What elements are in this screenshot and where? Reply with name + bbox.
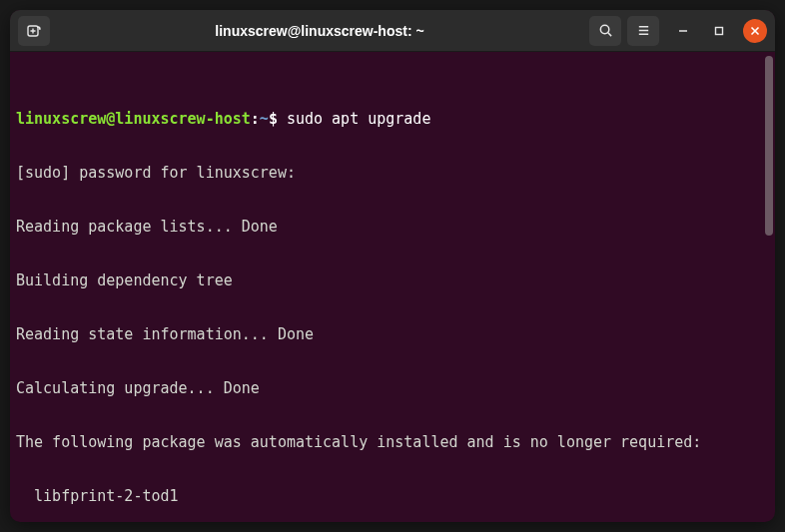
output-line: Calculating upgrade... Done xyxy=(16,379,769,397)
output-line: Reading state information... Done xyxy=(16,325,769,343)
svg-rect-9 xyxy=(716,27,723,34)
svg-line-4 xyxy=(607,33,610,36)
search-button[interactable] xyxy=(589,16,621,46)
prompt-symbol: $ xyxy=(269,110,278,128)
maximize-button[interactable] xyxy=(707,19,731,43)
prompt-line-1: linuxscrew@linuxscrew-host:~$ sudo apt u… xyxy=(16,110,769,128)
prompt-colon: : xyxy=(251,110,260,128)
output-line: [sudo] password for linuxscrew: xyxy=(16,164,769,182)
output-line: Building dependency tree xyxy=(16,271,769,289)
new-tab-button[interactable] xyxy=(18,16,50,46)
hamburger-icon xyxy=(636,23,651,38)
terminal-window: linuxscrew@linuxscrew-host: ~ xyxy=(10,10,775,522)
terminal-body[interactable]: linuxscrew@linuxscrew-host:~$ sudo apt u… xyxy=(10,52,775,522)
svg-point-3 xyxy=(600,25,608,33)
scrollbar-thumb[interactable] xyxy=(765,56,773,236)
minimize-button[interactable] xyxy=(671,19,695,43)
window-controls xyxy=(671,19,767,43)
command-text: sudo apt upgrade xyxy=(287,110,431,128)
titlebar: linuxscrew@linuxscrew-host: ~ xyxy=(10,10,775,52)
window-title: linuxscrew@linuxscrew-host: ~ xyxy=(56,23,583,39)
close-button[interactable] xyxy=(743,19,767,43)
prompt-user-host: linuxscrew@linuxscrew-host xyxy=(16,110,251,128)
search-icon xyxy=(598,23,613,38)
close-icon xyxy=(750,26,760,36)
output-line: The following package was automatically … xyxy=(16,433,769,451)
new-tab-icon xyxy=(26,23,42,39)
prompt-path: ~ xyxy=(260,110,269,128)
maximize-icon xyxy=(714,26,724,36)
minimize-icon xyxy=(678,26,688,36)
menu-button[interactable] xyxy=(627,16,659,46)
output-line: libfprint-2-tod1 xyxy=(16,487,769,505)
output-line: Reading package lists... Done xyxy=(16,218,769,236)
